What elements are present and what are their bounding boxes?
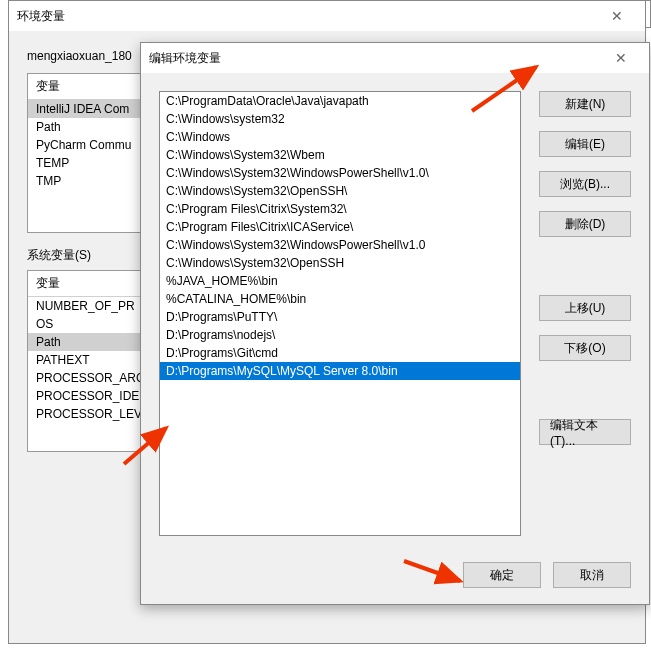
path-row[interactable]: C:\Windows\System32\OpenSSH\ xyxy=(160,182,520,200)
new-button[interactable]: 新建(N) xyxy=(539,91,631,117)
path-row[interactable]: %JAVA_HOME%\bin xyxy=(160,272,520,290)
path-row[interactable]: %CATALINA_HOME%\bin xyxy=(160,290,520,308)
env-vars-title: 环境变量 xyxy=(17,8,597,25)
edittext-button[interactable]: 编辑文本(T)... xyxy=(539,419,631,445)
close-icon[interactable]: ✕ xyxy=(597,2,637,30)
path-row[interactable]: C:\ProgramData\Oracle\Java\javapath xyxy=(160,92,520,110)
side-buttons: 新建(N) 编辑(E) 浏览(B)... 删除(D) 上移(U) 下移(O) 编… xyxy=(539,91,631,536)
path-list[interactable]: C:\ProgramData\Oracle\Java\javapathC:\Wi… xyxy=(159,91,521,536)
ok-button[interactable]: 确定 xyxy=(463,562,541,588)
path-row[interactable]: D:\Programs\MySQL\MySQL Server 8.0\bin xyxy=(160,362,520,380)
edit-title: 编辑环境变量 xyxy=(149,50,601,67)
path-row[interactable]: C:\Program Files\Citrix\ICAService\ xyxy=(160,218,520,236)
path-row[interactable]: C:\Windows\System32\WindowsPowerShell\v1… xyxy=(160,164,520,182)
edit-bottom-buttons: 确定 取消 xyxy=(141,554,649,604)
path-row[interactable]: D:\Programs\PuTTY\ xyxy=(160,308,520,326)
path-row[interactable]: C:\Windows xyxy=(160,128,520,146)
path-row[interactable]: C:\Windows\System32\WindowsPowerShell\v1… xyxy=(160,236,520,254)
edit-env-var-window: 编辑环境变量 ✕ C:\ProgramData\Oracle\Java\java… xyxy=(140,42,650,605)
path-row[interactable]: C:\Windows\System32\OpenSSH xyxy=(160,254,520,272)
path-row[interactable]: D:\Programs\nodejs\ xyxy=(160,326,520,344)
path-row[interactable]: C:\Windows\system32 xyxy=(160,110,520,128)
edit-button[interactable]: 编辑(E) xyxy=(539,131,631,157)
close-icon[interactable]: ✕ xyxy=(601,44,641,72)
path-row[interactable]: D:\Programs\Git\cmd xyxy=(160,344,520,362)
browse-button[interactable]: 浏览(B)... xyxy=(539,171,631,197)
path-row[interactable]: C:\Program Files\Citrix\System32\ xyxy=(160,200,520,218)
edit-titlebar: 编辑环境变量 ✕ xyxy=(141,43,649,73)
moveup-button[interactable]: 上移(U) xyxy=(539,295,631,321)
movedown-button[interactable]: 下移(O) xyxy=(539,335,631,361)
delete-button[interactable]: 删除(D) xyxy=(539,211,631,237)
cancel-button[interactable]: 取消 xyxy=(553,562,631,588)
path-row[interactable]: C:\Windows\System32\Wbem xyxy=(160,146,520,164)
env-vars-titlebar: 环境变量 ✕ xyxy=(9,1,645,31)
